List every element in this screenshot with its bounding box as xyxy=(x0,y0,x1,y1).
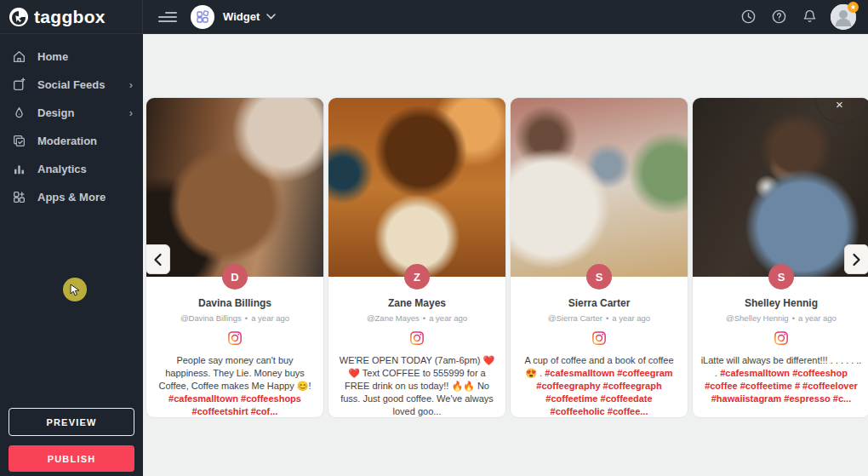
cursor-indicator xyxy=(63,278,87,301)
author-name: Sierra Carter xyxy=(511,297,688,309)
taggbox-logo-icon xyxy=(9,7,29,27)
post-caption: WE'RE OPEN TODAY (7am-6pm) ❤️❤️ Text COF… xyxy=(328,354,505,418)
post-card[interactable]: Z Zane Mayes @Zane Mayes•a year ago WE'R… xyxy=(328,97,506,418)
author-handle: @Sierra Carter xyxy=(548,313,602,323)
help-icon[interactable] xyxy=(769,8,788,26)
post-card[interactable]: S × Shelley Hennig @Shelley Hennig•a yea… xyxy=(692,97,868,418)
menu-toggle-icon[interactable] xyxy=(158,9,177,25)
apps-icon xyxy=(12,190,26,204)
logo-text: taggbox xyxy=(34,7,106,27)
topbar: taggbox Widget xyxy=(0,0,868,34)
sidebar-item-label: Analytics xyxy=(37,163,87,175)
history-icon[interactable] xyxy=(739,8,757,26)
post-card[interactable]: D Davina Billings @Davina Billings•a yea… xyxy=(146,97,324,418)
carousel-next-button[interactable] xyxy=(844,244,868,274)
author-avatar: D xyxy=(222,264,248,290)
taggbox-app: taggbox Widget xyxy=(0,0,868,476)
post-caption: iLatte will always be different!!! . . .… xyxy=(693,354,868,405)
sidebar-item-design[interactable]: Design› xyxy=(0,99,143,127)
post-meta: @Zane Mayes•a year ago xyxy=(328,313,505,323)
chevron-right-icon: › xyxy=(129,78,133,91)
caption-text: People say money can't buy happiness. Th… xyxy=(158,355,311,391)
post-meta: @Shelley Hennig•a year ago xyxy=(693,313,868,323)
author-handle: @Zane Mayes xyxy=(367,313,420,323)
sidebar-item-moderation[interactable]: Moderation xyxy=(0,127,143,155)
post-age: a year ago xyxy=(798,313,837,323)
widget-icon xyxy=(191,5,214,29)
author-avatar: Z xyxy=(404,264,430,290)
post-photo: S xyxy=(511,98,688,277)
profile-avatar[interactable]: ★ xyxy=(831,4,856,30)
post-card[interactable]: S Sierra Carter @Sierra Carter•a year ag… xyxy=(510,97,688,418)
sidebar-item-label: Moderation xyxy=(37,135,97,147)
sidebar-item-social-feeds[interactable]: Social Feeds› xyxy=(0,71,143,99)
caption-hashtags: #cafesmalltown #coffeeshops #coffeetshir… xyxy=(168,393,301,416)
author-handle: @Shelley Hennig xyxy=(726,313,789,323)
highlight-ring xyxy=(704,97,758,124)
post-age: a year ago xyxy=(612,313,650,323)
sidebar: HomeSocial Feeds›Design›ModerationAnalyt… xyxy=(0,34,143,476)
post-meta: @Sierra Carter•a year ago xyxy=(511,313,688,323)
sidebar-item-label: Apps & More xyxy=(37,191,106,204)
design-icon xyxy=(12,106,26,120)
author-name: Shelley Hennig xyxy=(693,297,868,309)
caption-hashtags: #cafesmalltown #coffeeshop #coffee #coff… xyxy=(705,368,858,404)
sidebar-item-label: Design xyxy=(37,106,74,119)
bell-icon[interactable] xyxy=(800,8,819,26)
sidebar-item-home[interactable]: Home xyxy=(0,43,143,71)
instagram-icon xyxy=(146,330,323,346)
sidebar-item-analytics[interactable]: Analytics xyxy=(0,155,143,183)
caption-text: WE'RE OPEN TODAY (7am-6pm) ❤️❤️ Text COF… xyxy=(340,355,495,416)
premium-star-badge: ★ xyxy=(848,2,859,13)
topbar-actions: ★ xyxy=(739,4,868,30)
instagram-icon xyxy=(693,330,868,346)
instagram-icon xyxy=(328,330,505,346)
author-avatar: S xyxy=(768,264,794,290)
author-handle: @Davina Billings xyxy=(180,313,242,323)
post-photo: Z xyxy=(328,98,505,277)
author-name: Davina Billings xyxy=(146,297,323,309)
publish-button[interactable]: PUBLISH xyxy=(9,445,134,472)
close-icon[interactable]: × xyxy=(836,98,843,111)
logo[interactable]: taggbox xyxy=(0,0,143,34)
analytics-icon xyxy=(12,162,26,176)
home-icon xyxy=(12,49,26,64)
sidebar-item-apps-more[interactable]: Apps & More xyxy=(0,183,143,211)
instagram-icon xyxy=(511,330,688,346)
chevron-down-icon xyxy=(266,14,276,20)
post-meta: @Davina Billings•a year ago xyxy=(146,313,323,323)
post-age: a year ago xyxy=(251,313,289,323)
sidebar-item-label: Home xyxy=(37,50,68,63)
preview-button[interactable]: PREVIEW xyxy=(9,408,134,436)
post-photo: D xyxy=(146,98,323,277)
widget-selector[interactable]: Widget xyxy=(191,5,276,29)
post-caption: People say money can't buy happiness. Th… xyxy=(146,354,323,418)
post-caption: A cup of coffee and a book of coffee 😍 .… xyxy=(511,354,688,418)
author-name: Zane Mayes xyxy=(328,297,505,309)
post-age: a year ago xyxy=(429,313,467,323)
chevron-right-icon: › xyxy=(129,106,133,119)
social-feeds-icon xyxy=(12,77,26,92)
sidebar-footer: PREVIEW PUBLISH xyxy=(0,408,143,472)
caption-hashtags: #cafesmalltown #coffeegram #coffeegraphy… xyxy=(536,368,672,416)
moderation-icon xyxy=(12,134,26,148)
author-avatar: S xyxy=(586,264,612,290)
widget-label: Widget xyxy=(223,10,260,23)
sidebar-item-label: Social Feeds xyxy=(37,78,105,91)
post-photo: S × xyxy=(693,98,868,277)
carousel-prev-button[interactable] xyxy=(146,244,170,274)
